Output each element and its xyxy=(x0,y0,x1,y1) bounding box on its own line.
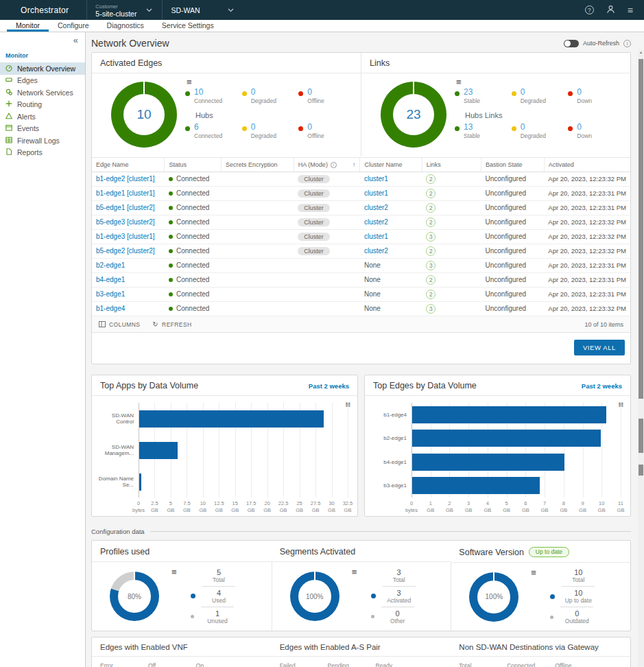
links-count-badge[interactable]: 2 xyxy=(426,246,436,256)
edge-name-link[interactable]: b5-edge3 [cluster2] xyxy=(96,218,155,226)
chart-menu-icon[interactable]: ≡ xyxy=(187,78,192,86)
help-icon[interactable]: ? xyxy=(585,5,594,14)
sidebar-item-events[interactable]: Events xyxy=(0,123,85,135)
scroll-up-icon[interactable]: ▲ xyxy=(638,50,644,54)
edge-name-link[interactable]: b5-edge2 [cluster2] xyxy=(96,247,155,255)
stat-value[interactable]: 0 xyxy=(251,122,276,132)
refresh-button[interactable]: ↻ REFRESH xyxy=(152,320,191,328)
stat-value[interactable]: 0 xyxy=(251,87,276,97)
table-row[interactable]: b1-edge3 [cluster1]ConnectedClusterclust… xyxy=(92,230,630,244)
tab-configure[interactable]: Configure xyxy=(49,20,98,32)
col-ha-mode[interactable]: HA (Mode)i↑ xyxy=(294,158,360,172)
customer-selector[interactable]: Customer 5-site-cluster xyxy=(87,0,143,20)
links-count-badge[interactable]: 3 xyxy=(426,304,436,314)
collapse-sidebar-icon[interactable]: « xyxy=(73,35,78,45)
stat-value[interactable]: 0 xyxy=(307,87,324,97)
sort-asc-icon[interactable]: ↑ xyxy=(353,161,356,168)
table-row[interactable]: b1-edge1 [cluster1]ConnectedClusterclust… xyxy=(92,187,630,201)
cluster-link[interactable]: cluster2 xyxy=(364,218,388,226)
stat-value[interactable]: 0 xyxy=(521,122,546,132)
table-row[interactable]: b2-edge1ConnectedNone3UnconfiguredApr 20… xyxy=(92,259,630,273)
view-all-button[interactable]: VIEW ALL xyxy=(574,340,625,355)
stat-value[interactable]: 6 xyxy=(194,122,222,132)
cluster-link[interactable]: cluster1 xyxy=(364,175,388,183)
time-range-link[interactable]: Past 2 weeks xyxy=(309,382,349,390)
chart-menu-icon[interactable]: ≡ xyxy=(456,78,462,86)
table-row[interactable]: b5-edge1 [cluster2]ConnectedClusterclust… xyxy=(92,201,630,215)
edge-name-link[interactable]: b1-edge3 [cluster1] xyxy=(96,233,155,240)
col-secrets[interactable]: Secrets Encryption xyxy=(221,158,294,172)
col-activated[interactable]: Activated xyxy=(544,158,630,172)
scrollbar-thumb[interactable] xyxy=(639,465,643,476)
stat-value[interactable]: 23 xyxy=(464,87,480,97)
user-icon[interactable] xyxy=(606,5,615,15)
tab-diagnostics[interactable]: Diagnostics xyxy=(98,20,153,32)
col-edge-name[interactable]: Edge Name xyxy=(92,158,165,172)
scrollbar-thumb[interactable] xyxy=(639,59,643,399)
chevron-down-icon[interactable] xyxy=(228,8,234,12)
tab-service-settings[interactable]: Service Settings xyxy=(153,20,223,32)
service-selector[interactable]: SD-WAN xyxy=(163,0,206,20)
cluster-link[interactable]: cluster1 xyxy=(364,189,388,197)
edge-name-link[interactable]: b2-edge1 xyxy=(96,261,125,269)
stat-value[interactable]: 0 xyxy=(577,87,592,97)
bar-b2-edge1[interactable] xyxy=(412,430,601,447)
col-status[interactable]: Status xyxy=(165,158,221,172)
bar-b1-edge4[interactable] xyxy=(412,406,606,423)
edge-name-link[interactable]: b3-edge1 xyxy=(96,290,125,298)
links-count-badge[interactable]: 2 xyxy=(426,218,436,227)
time-range-link[interactable]: Past 2 weeks xyxy=(582,382,622,390)
sidebar-item-edges[interactable]: Edges xyxy=(0,75,85,87)
stat-value[interactable]: 10 xyxy=(194,87,222,97)
edge-name-link[interactable]: b5-edge1 [cluster2] xyxy=(96,204,155,211)
links-count-badge[interactable]: 3 xyxy=(426,261,436,270)
tab-monitor[interactable]: Monitor xyxy=(7,20,49,32)
stat-value[interactable]: 13 xyxy=(464,122,480,132)
edge-name-link[interactable]: b4-edge1 xyxy=(96,276,125,283)
bar-b3-edge1[interactable] xyxy=(412,477,540,494)
cluster-link[interactable]: cluster2 xyxy=(364,247,388,255)
edge-name-link[interactable]: b1-edge1 [cluster1] xyxy=(96,189,155,197)
stat-value[interactable]: 0 xyxy=(307,122,324,132)
table-row[interactable]: b1-edge2 [cluster1]ConnectedClusterclust… xyxy=(92,172,630,187)
auto-refresh-toggle[interactable] xyxy=(564,40,579,47)
table-row[interactable]: b1-edge4ConnectedNone3UnconfiguredApr 20… xyxy=(92,302,630,316)
table-row[interactable]: b4-edge1ConnectedNone2UnconfiguredApr 20… xyxy=(92,273,630,288)
menu-icon[interactable]: ≡ xyxy=(628,5,633,15)
edge-name-link[interactable]: b1-edge2 [cluster1] xyxy=(96,175,155,183)
links-donut-value[interactable]: 23 xyxy=(406,107,420,122)
info-icon[interactable]: i xyxy=(331,162,337,168)
sidebar-item-network-overview[interactable]: Network Overview xyxy=(0,62,85,75)
links-count-badge[interactable]: 2 xyxy=(426,275,436,285)
chevron-down-icon[interactable] xyxy=(146,8,152,12)
chart-menu-icon[interactable]: ≡ xyxy=(171,567,177,576)
chart-menu-icon[interactable]: ≡ xyxy=(352,567,357,576)
stat-value[interactable]: 0 xyxy=(577,122,592,132)
sidebar-item-routing[interactable]: Routing xyxy=(0,99,85,111)
col-links[interactable]: Links xyxy=(422,158,481,172)
links-count-badge[interactable]: 2 xyxy=(426,203,436,213)
table-row[interactable]: b3-edge1ConnectedNone2UnconfiguredApr 20… xyxy=(92,288,630,302)
columns-button[interactable]: COLUMNS xyxy=(99,321,140,328)
links-count-badge[interactable]: 2 xyxy=(426,189,436,198)
sidebar-item-reports[interactable]: Reports xyxy=(0,147,85,159)
stat-value[interactable]: 0 xyxy=(521,87,546,97)
bar-b4-edge1[interactable] xyxy=(412,454,564,471)
links-count-badge[interactable]: 2 xyxy=(426,290,436,299)
vertical-scrollbar[interactable]: ▲ xyxy=(638,49,644,667)
table-row[interactable]: b5-edge3 [cluster2]ConnectedClusterclust… xyxy=(92,215,630,230)
links-count-badge[interactable]: 2 xyxy=(426,174,436,184)
bar-sd-wan-managem-[interactable] xyxy=(139,442,178,459)
cluster-link[interactable]: cluster2 xyxy=(364,204,388,211)
info-icon[interactable]: i xyxy=(623,40,631,47)
col-bastion-state[interactable]: Bastion State xyxy=(481,158,545,172)
scrollbar-thumb[interactable] xyxy=(639,419,643,453)
edge-name-link[interactable]: b1-edge4 xyxy=(96,305,125,312)
bar-domain-name-se-[interactable] xyxy=(139,473,141,491)
cluster-link[interactable]: cluster1 xyxy=(364,233,388,240)
bar-sd-wan-control[interactable] xyxy=(139,410,324,428)
col-cluster-name[interactable]: Cluster Name xyxy=(360,158,422,172)
edges-donut-value[interactable]: 10 xyxy=(136,107,151,122)
table-row[interactable]: b5-edge2 [cluster2]ConnectedClusterclust… xyxy=(92,244,630,259)
sidebar-item-network-services[interactable]: Network Services xyxy=(0,86,85,99)
